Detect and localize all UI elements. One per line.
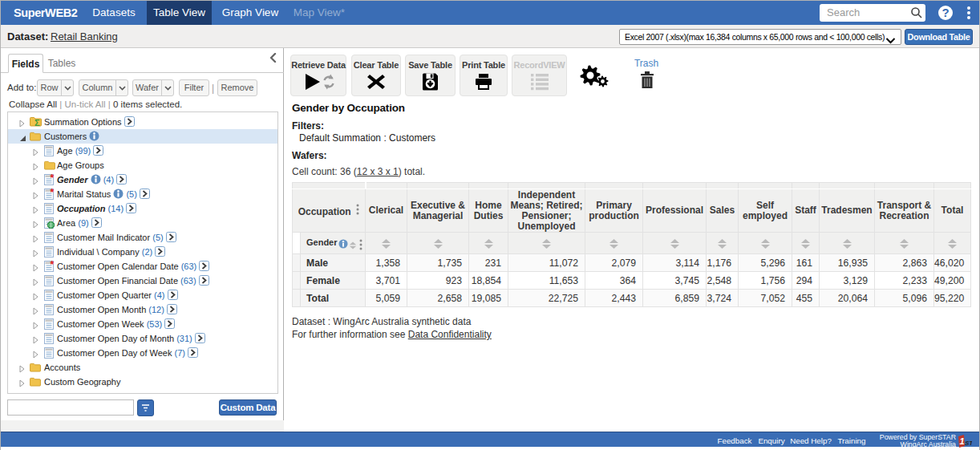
svg-text:*: *	[51, 261, 55, 270]
svg-text:Σ: Σ	[34, 118, 40, 128]
svg-text:*: *	[51, 174, 55, 184]
svg-text:1: 1	[960, 436, 965, 446]
svg-text:*: *	[51, 189, 55, 198]
svg-text:ST: ST	[965, 440, 972, 447]
